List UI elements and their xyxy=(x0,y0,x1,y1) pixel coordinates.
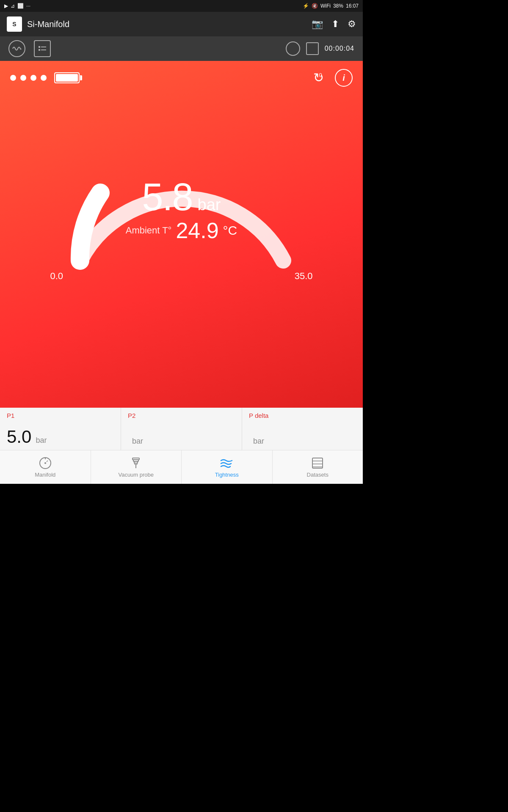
svg-rect-3 xyxy=(41,49,46,50)
tightness-icon xyxy=(219,456,235,470)
settings-icon[interactable]: ⚙ xyxy=(348,19,356,30)
record-button[interactable] xyxy=(286,41,300,56)
battery-icon xyxy=(54,72,80,83)
share-icon[interactable]: ⬆ xyxy=(331,19,339,30)
ambient-label: Ambient T° xyxy=(126,225,172,236)
dot-2 xyxy=(20,75,26,81)
camera-icon[interactable]: 📷 xyxy=(312,19,323,30)
pdelta-value-row: bar xyxy=(249,437,356,446)
status-right: ⚡ 🔇 WiFi 38% 16:07 xyxy=(303,3,359,9)
gauge-values: 5.8 bar Ambient T° 24.9 °C xyxy=(126,178,237,241)
dots-icon: ··· xyxy=(26,3,30,9)
status-bar: ▶ ⊿ ⬜ ··· ⚡ 🔇 WiFi 38% 16:07 xyxy=(0,0,363,12)
p1-value: 5.0 xyxy=(7,428,31,446)
svg-rect-1 xyxy=(41,47,46,47)
battery-fill xyxy=(56,74,78,82)
bottom-data: P1 5.0 bar P2 bar P delta bar xyxy=(0,408,363,450)
nav-manifold-label: Manifold xyxy=(35,472,55,478)
indicators-row: ↻ 0 i xyxy=(0,61,363,87)
nav-item-manifold[interactable]: Manifold xyxy=(0,450,91,484)
temp-unit: °C xyxy=(223,223,237,238)
unknown-icon: ⬜ xyxy=(17,3,24,9)
list-icon xyxy=(38,45,47,52)
svg-rect-2 xyxy=(39,49,40,51)
wifi-icon: WiFi xyxy=(320,3,331,9)
data-cell-pdelta: P delta bar xyxy=(242,408,363,450)
list-button[interactable] xyxy=(34,40,51,57)
signal-icon: ⊿ xyxy=(11,3,15,9)
pdelta-label: P delta xyxy=(249,412,356,419)
svg-text:↻: ↻ xyxy=(313,71,324,85)
app-bar-left: S Si-Manifold xyxy=(7,16,69,32)
gauge-main-value: 5.8 xyxy=(142,178,192,216)
timer-display: 00:00:04 xyxy=(325,45,354,52)
waveform-button[interactable] xyxy=(8,40,25,57)
p1-value-row: 5.0 bar xyxy=(7,428,114,446)
logo-text: S xyxy=(12,21,16,27)
battery-percentage: 38% xyxy=(333,3,343,9)
svg-line-9 xyxy=(47,461,48,462)
temp-value: 24.9 xyxy=(176,219,218,241)
play-icon: ▶ xyxy=(4,3,8,9)
dot-1 xyxy=(10,75,16,81)
datasets-icon xyxy=(311,456,324,470)
app-logo: S xyxy=(7,16,22,32)
app-bar-right: 📷 ⬆ ⚙ xyxy=(312,19,356,30)
refresh-button[interactable]: ↻ 0 xyxy=(309,69,328,87)
app-title: Si-Manifold xyxy=(27,19,69,29)
svg-rect-0 xyxy=(39,46,40,48)
p2-unit: bar xyxy=(132,437,143,446)
manifold-icon xyxy=(39,456,52,470)
vacuum-icon xyxy=(129,456,143,470)
toolbar-right: 00:00:04 xyxy=(286,41,354,56)
svg-rect-13 xyxy=(135,463,137,464)
indicators-left xyxy=(10,72,80,83)
svg-text:0: 0 xyxy=(319,72,322,78)
nav-item-tightness[interactable]: Tightness xyxy=(182,450,273,484)
status-left: ▶ ⊿ ⬜ ··· xyxy=(4,3,30,9)
p2-value-row: bar xyxy=(128,437,235,446)
p1-unit: bar xyxy=(36,436,47,445)
nav-vacuum-label: Vacuum probe xyxy=(118,472,154,478)
app-bar: S Si-Manifold 📷 ⬆ ⚙ xyxy=(0,12,363,36)
gauge-area: ↻ 0 i 5.8 bar A xyxy=(0,61,363,408)
gauge-container: 5.8 bar Ambient T° 24.9 °C 0.0 35.0 xyxy=(38,96,326,299)
gauge-temp-row: Ambient T° 24.9 °C xyxy=(126,219,237,241)
pdelta-unit: bar xyxy=(253,437,264,446)
gauge-scale-min: 0.0 xyxy=(50,271,64,282)
dots-row xyxy=(10,75,47,81)
nav-tightness-label: Tightness xyxy=(215,472,239,478)
data-cell-p2: P2 bar xyxy=(121,408,242,450)
data-cell-p1: P1 5.0 bar xyxy=(0,408,121,450)
p1-label: P1 xyxy=(7,412,114,419)
info-button[interactable]: i xyxy=(335,69,353,87)
toolbar: 00:00:04 xyxy=(0,36,363,61)
toolbar-left xyxy=(8,40,51,57)
svg-point-7 xyxy=(44,462,46,464)
waveform-icon xyxy=(12,45,22,52)
gauge-main-unit: bar xyxy=(198,196,221,214)
nav-item-datasets[interactable]: Datasets xyxy=(273,450,363,484)
p2-label: P2 xyxy=(128,412,235,419)
nav-datasets-label: Datasets xyxy=(307,472,329,478)
gauge-scale-max: 35.0 xyxy=(295,271,313,282)
info-icon: i xyxy=(342,73,345,83)
nav-item-vacuum[interactable]: Vacuum probe xyxy=(91,450,182,484)
dot-4 xyxy=(41,75,47,81)
bluetooth-icon: ⚡ xyxy=(303,3,309,9)
clock: 16:07 xyxy=(346,3,359,9)
dot-3 xyxy=(30,75,36,81)
mute-icon: 🔇 xyxy=(312,3,318,9)
stop-button[interactable] xyxy=(306,42,319,55)
refresh-icon: ↻ 0 xyxy=(309,69,328,85)
indicators-right: ↻ 0 i xyxy=(309,69,353,87)
bottom-nav: Manifold Vacuum probe Tightness Datasets xyxy=(0,450,363,484)
